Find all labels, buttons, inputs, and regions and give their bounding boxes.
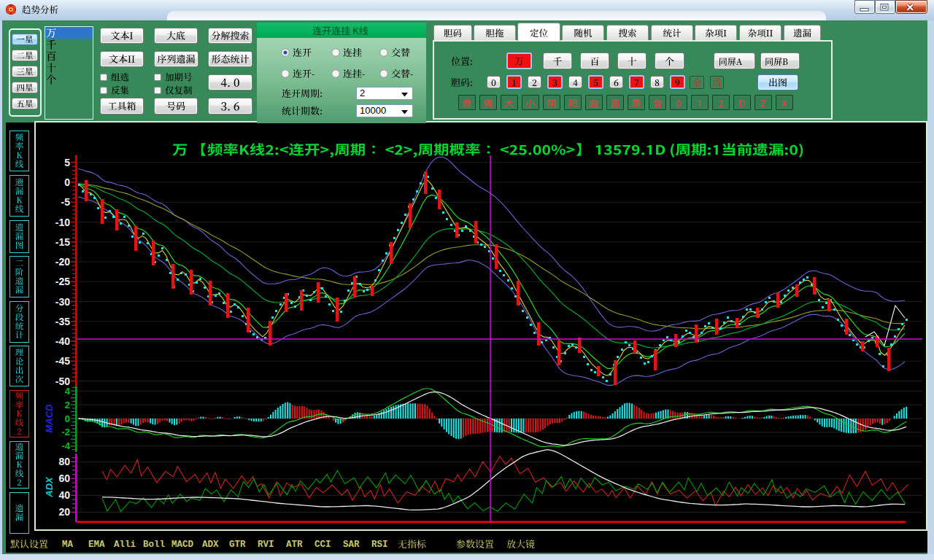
svg-text:5: 5 [64,157,70,168]
svg-text:ADX: ADX [202,540,219,550]
svg-text:-5: -5 [61,196,71,208]
svg-text:60: 60 [58,472,70,484]
svg-text:-4: -4 [61,440,70,451]
svg-text:ADX: ADX [44,476,55,498]
svg-text:RVI: RVI [258,540,274,550]
svg-text:MACD: MACD [44,404,55,433]
svg-text:4: 4 [65,386,71,397]
svg-text:0: 0 [64,176,70,188]
svg-text:CCI: CCI [314,540,331,550]
svg-text:GTR: GTR [229,540,246,550]
svg-text:80: 80 [58,456,70,467]
svg-text:-10: -10 [55,217,70,228]
svg-text:20: 20 [58,506,70,518]
svg-text:-15: -15 [55,236,70,248]
svg-text:MACD: MACD [171,540,194,550]
svg-text:ATR: ATR [286,540,303,550]
svg-text:Boll: Boll [143,540,165,550]
svg-text:-45: -45 [55,355,70,367]
svg-text:-20: -20 [55,256,70,268]
svg-text:MA: MA [62,540,74,550]
svg-text:2: 2 [360,88,365,98]
svg-text:40: 40 [58,489,70,501]
svg-text:RSI: RSI [371,540,388,550]
svg-text:-2: -2 [61,427,70,438]
svg-text:SAR: SAR [343,540,360,550]
svg-text:10000: 10000 [360,105,386,116]
svg-text:EMA: EMA [88,540,105,550]
svg-text:0: 0 [65,413,70,424]
svg-text:-25: -25 [55,276,70,287]
svg-text:-35: -35 [55,316,70,327]
svg-text:Alli: Alli [114,540,136,550]
svg-text:2: 2 [65,400,70,411]
svg-text:-30: -30 [55,296,70,308]
svg-text:-40: -40 [55,335,70,347]
